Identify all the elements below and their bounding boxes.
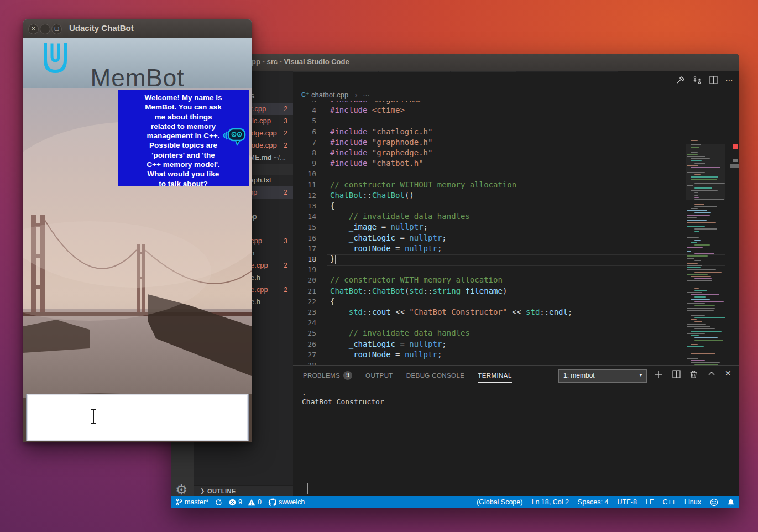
notifications-bell-icon[interactable] (727, 498, 735, 507)
code-line-16: 16 _chatLogic = nullptr; (293, 233, 724, 244)
branch-icon (176, 498, 182, 506)
error-count-badge: 2 (276, 127, 287, 139)
chatbot-titlebar: ✕ – ▢ Udacity ChatBot (23, 19, 252, 38)
code-line-28: 28 (293, 361, 724, 365)
line-number: 15 (293, 223, 316, 231)
split-editor-icon[interactable] (709, 76, 718, 84)
overview-marker (733, 159, 738, 162)
code-line-14: 14 // invalidate data handles (293, 212, 724, 222)
maximize-icon[interactable]: ▢ (51, 24, 62, 34)
breadcrumb[interactable]: C⁺ chatbot.cpp › … (293, 89, 739, 101)
membot-app-title: MemBot (23, 64, 252, 92)
error-count-badge: 2 (276, 186, 287, 199)
maximize-panel-icon[interactable] (707, 370, 716, 380)
open-changes-icon[interactable] (693, 76, 702, 85)
code-line-19: 19 (293, 265, 724, 275)
code-line-21: 21ChatBot::ChatBot(std::string filename) (293, 286, 724, 297)
code-line-12: 12ChatBot::ChatBot() (293, 191, 724, 201)
github-icon (268, 498, 276, 507)
scope-indicator[interactable]: (Global Scope) (477, 498, 522, 506)
panel-tab-output[interactable]: OUTPUT (365, 366, 393, 385)
feedback-smiley-icon[interactable] (710, 498, 718, 507)
outline-label: OUTLINE (207, 486, 236, 496)
encoding[interactable]: UTF-8 (617, 498, 636, 506)
line-number: 5 (293, 117, 316, 125)
line-number: 18 (293, 255, 316, 263)
build-icon[interactable] (676, 76, 685, 85)
minimize-icon[interactable]: – (40, 24, 50, 34)
overview-cursor-marker (730, 164, 739, 168)
code-line-24: 24 (293, 318, 724, 328)
gear-icon[interactable]: ⚙ (175, 482, 187, 497)
line-number: 27 (293, 351, 316, 359)
code-editor[interactable]: 3#include <algorithm>4#include <ctime>56… (293, 101, 739, 365)
new-terminal-icon[interactable] (654, 370, 663, 381)
line-number: 10 (293, 170, 316, 178)
problems-badge: 9 (343, 371, 352, 380)
error-count-badge: 2 (276, 139, 287, 152)
code-line-15: 15 _image = nullptr; (293, 222, 724, 233)
line-number: 12 (293, 191, 316, 200)
eol-sequence[interactable]: LF (646, 498, 654, 506)
error-count-badge: 3 (276, 115, 287, 127)
chevron-right-icon: ❯ (200, 486, 205, 496)
file-path-suffix: ~/... (271, 153, 286, 161)
breadcrumb-file[interactable]: chatbot.cpp (311, 91, 348, 99)
code-line-25: 25 // invalidate data handles (293, 328, 724, 339)
line-number: 20 (293, 276, 316, 284)
line-number: 28 (293, 361, 316, 365)
remote-os[interactable]: Linux (684, 498, 701, 506)
warning-icon (248, 499, 255, 506)
breadcrumb-more[interactable]: … (363, 90, 370, 98)
panel-tabs: PROBLEMS9OUTPUTDEBUG CONSOLETERMINAL (303, 366, 512, 385)
sync-icon[interactable] (215, 499, 222, 506)
overview-error-marker (733, 144, 738, 149)
chatbot-window-title: Udacity ChatBot (69, 23, 134, 33)
more-actions-icon[interactable]: ⋯ (725, 76, 734, 85)
code-line-13: 13{ (293, 201, 724, 212)
code-line-5: 5 (293, 116, 724, 127)
branch-name: master* (185, 498, 208, 506)
vscode-window: pp - src - Visual Studio Code ⚙ OPEN EDI… (171, 54, 739, 508)
indentation[interactable]: Spaces: 4 (578, 498, 609, 506)
outline-section[interactable]: ❯ OUTLINE (194, 485, 293, 496)
panel-tab-debug-console[interactable]: DEBUG CONSOLE (406, 366, 465, 385)
kill-terminal-icon[interactable] (689, 370, 698, 381)
code-line-18: 18} (293, 254, 724, 265)
vscode-window-title: pp - src - Visual Studio Code (252, 58, 349, 66)
github-item[interactable]: swwelch (268, 498, 305, 507)
chat-input[interactable] (26, 394, 249, 441)
line-number: 16 (293, 234, 316, 242)
code-line-9: 9#include "chatbot.h" (293, 159, 724, 169)
line-number: 11 (293, 181, 316, 189)
minimap[interactable] (686, 137, 725, 365)
close-panel-icon[interactable]: ✕ (725, 369, 731, 378)
error-count-badge: 2 (276, 259, 287, 272)
line-number: 9 (293, 159, 316, 168)
terminal-select-value: 1: membot (563, 372, 595, 379)
line-number: 6 (293, 128, 316, 136)
close-icon[interactable]: ✕ (28, 24, 39, 34)
text-cursor (335, 255, 336, 264)
git-branch-item[interactable]: master* (176, 498, 208, 506)
language-mode[interactable]: C++ (662, 498, 676, 506)
problems-item[interactable]: 9 0 (229, 498, 262, 506)
robot-icon (221, 128, 247, 148)
split-terminal-icon[interactable] (672, 370, 681, 380)
warning-count: 0 (258, 498, 262, 506)
cursor-position[interactable]: Ln 18, Col 2 (531, 498, 568, 506)
chevron-right-icon: › (355, 91, 357, 99)
line-number: 23 (293, 308, 316, 316)
line-number: 13 (293, 202, 316, 210)
github-user: swwelch (279, 498, 305, 506)
ibeam-cursor-icon (90, 408, 97, 425)
panel-tab-terminal[interactable]: TERMINAL (478, 366, 511, 385)
code-line-7: 7#include "graphnode.h" (293, 138, 724, 148)
terminal-select[interactable]: 1: membot ▼ (558, 369, 647, 383)
code-line-6: 6#include "chatlogic.h" (293, 127, 724, 138)
panel-tab-problems[interactable]: PROBLEMS9 (303, 366, 352, 385)
terminal-cursor (302, 483, 308, 494)
line-number: 14 (293, 212, 316, 221)
line-number: 8 (293, 149, 316, 157)
chatbot-header: UDACITY MemBot (23, 38, 252, 88)
